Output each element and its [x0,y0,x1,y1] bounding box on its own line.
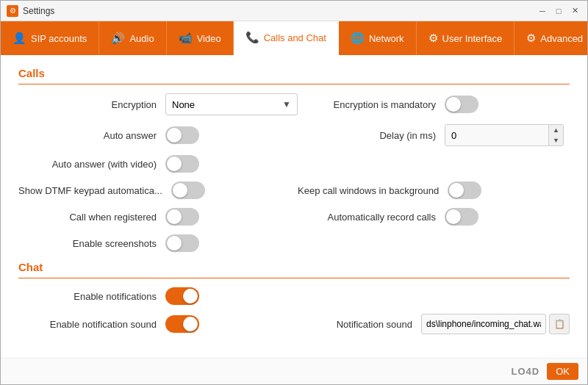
lo4d-watermark: LO4D [512,366,540,377]
video-icon: 📹 [179,32,193,45]
ui-icon: ⚙ [429,32,438,45]
tab-advanced[interactable]: ⚙ Advanced [514,21,588,55]
tab-audio[interactable]: 🔊 Audio [99,21,166,55]
audio-icon: 🔊 [111,32,125,45]
dtmf-toggle[interactable] [171,181,205,199]
network-icon: 🌐 [351,32,365,45]
ok-button[interactable]: OK [547,363,578,380]
tab-ui[interactable]: ⚙ User Interface [417,21,515,55]
auto-answer-toggle[interactable] [165,126,199,144]
chat-settings: Enable notifications Enable notification… [18,287,570,334]
encryption-value: None [172,99,195,110]
tab-ui-label: User Interface [442,33,503,44]
auto-answer-row: Auto answer Delay (in ms) ▲ ▼ [18,124,570,146]
bottom-bar: LO4D OK [1,358,587,384]
window-title: Settings [23,6,54,16]
chat-section-title: Chat [18,261,570,278]
auto-answer-video-label: Auto answer (with video) [18,159,165,170]
auto-answer-label: Auto answer [18,130,165,141]
calls-icon: 📞 [245,31,259,44]
calls-settings: Encryption None ▼ Encryption is mandator… [18,93,570,252]
maximize-button[interactable]: □ [552,4,565,18]
notifications-row: Enable notifications [18,287,570,305]
sound-file-input[interactable] [421,314,546,334]
call-registered-label: Call when registered [18,212,165,223]
auto-record-label: Automatically record calls [298,212,445,223]
sound-file-wrap: 📋 [421,314,570,334]
auto-record-toggle[interactable] [445,208,478,226]
minimize-button[interactable]: ─ [536,4,549,18]
tab-video[interactable]: 📹 Video [167,21,234,55]
tab-sip-label: SIP accounts [31,33,87,44]
screenshots-toggle[interactable] [165,234,199,252]
screenshots-row: Enable screenshots [18,234,570,252]
advanced-icon: ⚙ [526,32,536,45]
delay-input-wrap: ▲ ▼ [445,124,564,146]
main-content: Calls Encryption None ▼ Encryption is ma… [1,55,587,358]
dtmf-label: Show DTMF keypad automatica... [18,185,171,196]
tab-advanced-label: Advanced [540,33,583,44]
tab-video-label: Video [197,33,221,44]
tab-network-label: Network [369,33,404,44]
delay-down-button[interactable]: ▼ [549,135,563,145]
window-controls: ─ □ ✕ [536,4,581,18]
tab-calls-label: Calls and Chat [264,32,326,43]
encryption-row: Encryption None ▼ Encryption is mandator… [18,93,570,115]
auto-answer-video-row: Auto answer (with video) [18,155,570,173]
tab-calls[interactable]: 📞 Calls and Chat [234,21,339,55]
delay-spinners: ▲ ▼ [548,125,563,145]
calls-section-title: Calls [18,67,570,84]
notification-sound-label: Enable notification sound [18,319,165,330]
tab-network[interactable]: 🌐 Network [339,21,417,55]
sound-file-label: Notification sound [274,319,421,330]
call-registered-toggle[interactable] [165,208,199,226]
encryption-label: Encryption [18,99,165,110]
enable-notifications-label: Enable notifications [18,291,165,302]
app-icon: ⚙ [7,5,18,17]
sip-icon: 👤 [12,32,26,45]
delay-input[interactable] [445,125,548,145]
notification-sound-row: Enable notification sound Notification s… [18,314,570,334]
delay-up-button[interactable]: ▲ [549,125,563,135]
tab-audio-label: Audio [129,33,154,44]
dtmf-row: Show DTMF keypad automatica... Keep call… [18,181,570,199]
keep-call-toggle[interactable] [448,181,481,199]
close-button[interactable]: ✕ [568,4,581,18]
dropdown-arrow-icon: ▼ [282,99,291,109]
sound-file-browse-button[interactable]: 📋 [549,314,570,334]
tab-sip[interactable]: 👤 SIP accounts [1,21,99,55]
tab-bar: 👤 SIP accounts 🔊 Audio 📹 Video 📞 Calls a… [1,21,587,55]
enable-notifications-toggle[interactable] [165,287,199,305]
keep-call-label: Keep call windows in background [298,185,448,196]
delay-label: Delay (in ms) [298,130,445,141]
encryption-mandatory-toggle[interactable] [445,96,478,113]
auto-answer-video-toggle[interactable] [165,155,199,173]
encryption-dropdown[interactable]: None ▼ [165,93,298,115]
call-registered-row: Call when registered Automatically recor… [18,208,570,226]
screenshots-label: Enable screenshots [18,238,165,249]
title-bar: ⚙ Settings ─ □ ✕ [1,1,587,21]
notification-sound-toggle[interactable] [165,315,199,333]
encryption-mandatory-label: Encryption is mandatory [298,99,445,110]
